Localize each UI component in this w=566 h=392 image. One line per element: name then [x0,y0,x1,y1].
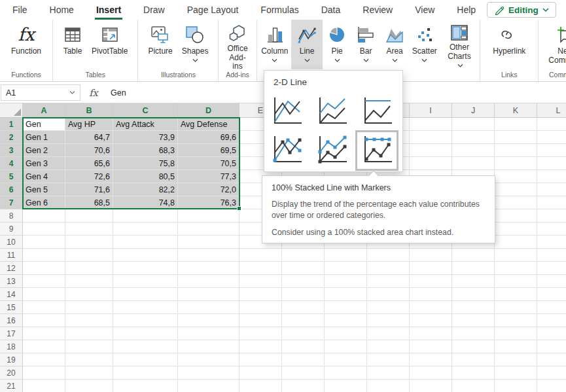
cell-K14[interactable] [495,288,537,301]
cell-I12[interactable] [410,262,452,275]
cell-F20[interactable] [282,366,325,380]
cell-K2[interactable] [495,131,537,144]
cell-J4[interactable] [452,157,495,170]
cell-H16[interactable] [367,314,410,327]
cell-F21[interactable] [282,380,325,392]
cell-E21[interactable] [239,380,282,392]
cell-B3[interactable]: 70,6 [65,144,113,157]
cell-B15[interactable] [65,301,113,314]
cell-L8[interactable] [537,209,566,223]
shapes-button[interactable]: Shapes [177,20,213,69]
cell-J17[interactable] [452,327,495,340]
cell-L4[interactable] [537,157,566,170]
area-chart-button[interactable]: Area [380,20,409,69]
cell-B13[interactable] [65,275,113,288]
cell-K4[interactable] [495,157,537,170]
cell-K17[interactable] [495,327,537,340]
cell-F15[interactable] [282,301,325,314]
stacked-line-with-markers-chart-thumbnail[interactable] [314,134,349,167]
line-chart-thumbnail[interactable] [269,96,304,128]
cell-D8[interactable] [178,209,239,223]
cell-K5[interactable] [495,170,537,183]
cell-B16[interactable] [65,314,113,327]
stacked-line-chart-thumbnail[interactable] [314,96,349,128]
cell-I20[interactable] [410,366,452,380]
row-header-11[interactable]: 11 [0,249,23,262]
formula-input[interactable]: Gen [107,88,126,98]
column-header-L[interactable]: L [537,103,566,118]
hyperlink-button[interactable]: Hyperlink [488,20,530,69]
cell-A13[interactable] [23,275,65,288]
cell-K21[interactable] [495,380,537,392]
cell-A3[interactable]: Gen 2 [23,144,65,157]
cell-L18[interactable] [537,340,566,353]
cell-J11[interactable] [452,249,495,262]
cell-A5[interactable]: Gen 4 [23,170,65,183]
cell-K18[interactable] [495,340,537,353]
cell-B10[interactable] [65,236,113,249]
cell-L9[interactable] [537,223,566,236]
cell-D6[interactable]: 72,0 [178,183,239,196]
cell-C15[interactable] [113,301,178,314]
cell-G13[interactable] [325,275,367,288]
column-header-I[interactable]: I [410,103,452,118]
cell-D10[interactable] [178,236,239,249]
cell-I11[interactable] [410,249,452,262]
cell-F13[interactable] [282,275,325,288]
row-header-18[interactable]: 18 [0,340,23,353]
cell-L15[interactable] [537,301,566,314]
cell-J14[interactable] [452,288,495,301]
cell-I18[interactable] [410,340,452,353]
cell-L5[interactable] [537,170,566,183]
cell-K19[interactable] [495,353,537,366]
cell-I3[interactable] [410,144,452,157]
tab-view[interactable]: View [404,0,446,20]
cell-B21[interactable] [65,380,113,392]
cell-E15[interactable] [239,301,282,314]
cell-I19[interactable] [410,353,452,366]
column-header-C[interactable]: C [113,103,178,118]
cell-H14[interactable] [367,288,410,301]
cell-E20[interactable] [239,366,282,380]
row-header-7[interactable]: 7 [0,196,23,209]
column-chart-button[interactable]: Column [258,20,291,69]
cell-C1[interactable]: Avg Attack [113,118,178,131]
row-header-21[interactable]: 21 [0,380,23,392]
name-box[interactable]: A1 [1,84,80,101]
cell-A11[interactable] [23,249,65,262]
cell-E14[interactable] [239,288,282,301]
scatter-chart-button[interactable]: Scatter [409,20,440,69]
cell-A9[interactable] [23,223,65,236]
cell-H15[interactable] [367,301,410,314]
cell-I15[interactable] [410,301,452,314]
cell-A19[interactable] [23,353,65,366]
cell-B8[interactable] [65,209,113,223]
column-header-K[interactable]: K [495,103,537,118]
cell-C11[interactable] [113,249,178,262]
cell-E13[interactable] [239,275,282,288]
cell-B5[interactable]: 72,6 [65,170,113,183]
row-header-3[interactable]: 3 [0,144,23,157]
cell-J16[interactable] [452,314,495,327]
cell-K3[interactable] [495,144,537,157]
row-header-2[interactable]: 2 [0,131,23,144]
cell-K20[interactable] [495,366,537,380]
cell-F12[interactable] [282,262,325,275]
cell-C16[interactable] [113,314,178,327]
cell-C8[interactable] [113,209,178,223]
cell-H12[interactable] [367,262,410,275]
cell-C3[interactable]: 68,3 [113,144,178,157]
cell-E12[interactable] [239,262,282,275]
cell-L17[interactable] [537,327,566,340]
cell-L3[interactable] [537,144,566,157]
editing-mode-button[interactable]: Editing [487,2,556,18]
cell-K12[interactable] [495,262,537,275]
cell-B17[interactable] [65,327,113,340]
row-header-14[interactable]: 14 [0,288,23,301]
cell-B12[interactable] [65,262,113,275]
cell-G17[interactable] [325,327,367,340]
cell-D16[interactable] [178,314,239,327]
office-addins-button[interactable]: OfficeAdd-ins [222,20,252,69]
cell-F14[interactable] [282,288,325,301]
cell-I1[interactable] [410,118,452,131]
